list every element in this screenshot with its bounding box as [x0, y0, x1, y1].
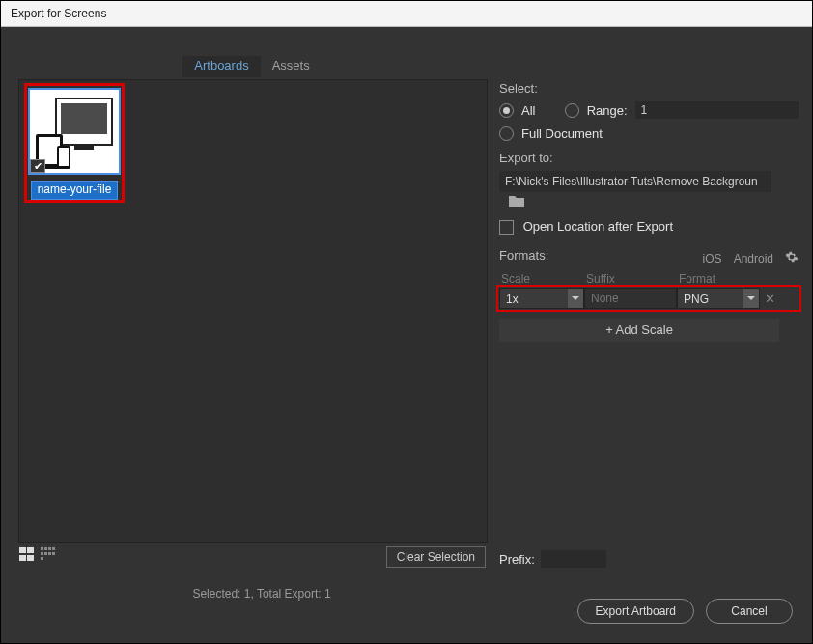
format-dropdown[interactable]: PNG: [677, 288, 760, 309]
prefix-label: Prefix:: [499, 552, 535, 567]
tab-artboards[interactable]: Artboards: [182, 56, 260, 77]
formats-label: Formats:: [499, 248, 548, 263]
chevron-down-icon: [743, 289, 759, 308]
prefix-input[interactable]: [541, 550, 606, 568]
titlebar: Export for Screens: [1, 1, 812, 27]
col-scale: Scale: [501, 272, 586, 286]
radio-range-label: Range:: [587, 103, 628, 118]
artboard-preview[interactable]: ✔: [28, 88, 121, 175]
artboard-checkbox[interactable]: ✔: [30, 159, 45, 173]
scale-dropdown[interactable]: 1x: [499, 288, 584, 309]
artboard-thumb[interactable]: ✔ name-your-file: [27, 86, 122, 200]
export-dialog: Export for Screens Artboards Assets ✔ na…: [0, 0, 813, 644]
radio-full-document-label: Full Document: [521, 126, 603, 141]
remove-row-icon[interactable]: ✕: [760, 288, 779, 309]
add-scale-button[interactable]: + Add Scale: [499, 319, 779, 342]
radio-all[interactable]: [499, 103, 514, 118]
gear-icon[interactable]: [785, 250, 799, 266]
tab-assets[interactable]: Assets: [261, 56, 322, 77]
radio-full-document[interactable]: [499, 126, 514, 141]
tabs: Artboards Assets: [18, 56, 486, 77]
radio-range[interactable]: [565, 103, 579, 118]
artboards-grid[interactable]: ✔ name-your-file: [18, 79, 488, 543]
browse-folder-icon[interactable]: [507, 192, 526, 210]
suffix-input[interactable]: [584, 288, 677, 309]
export-button[interactable]: Export Artboard: [577, 599, 694, 624]
open-after-label: Open Location after Export: [523, 219, 673, 234]
range-input[interactable]: [635, 101, 799, 119]
col-format: Format: [679, 272, 746, 286]
preset-android[interactable]: Android: [734, 252, 773, 266]
cancel-button[interactable]: Cancel: [706, 599, 793, 624]
select-label: Select:: [499, 81, 799, 96]
clear-selection-button[interactable]: Clear Selection: [386, 546, 486, 568]
preset-ios[interactable]: iOS: [703, 252, 722, 266]
view-large-icon[interactable]: [18, 546, 36, 562]
open-after-checkbox[interactable]: [499, 220, 514, 235]
window-title: Export for Screens: [11, 7, 106, 20]
format-columns: Scale Suffix Format: [499, 272, 799, 286]
chevron-down-icon: [568, 289, 583, 308]
view-small-icon[interactable]: [40, 546, 57, 562]
format-row: 1x PNG ✕: [499, 288, 799, 309]
export-to-label: Export to:: [499, 151, 799, 165]
col-suffix: Suffix: [586, 272, 679, 286]
artboard-name-input[interactable]: name-your-file: [31, 181, 118, 200]
export-path[interactable]: F:\Nick's Files\Illustrator Tuts\Remove …: [499, 171, 771, 192]
radio-all-label: All: [521, 103, 557, 118]
